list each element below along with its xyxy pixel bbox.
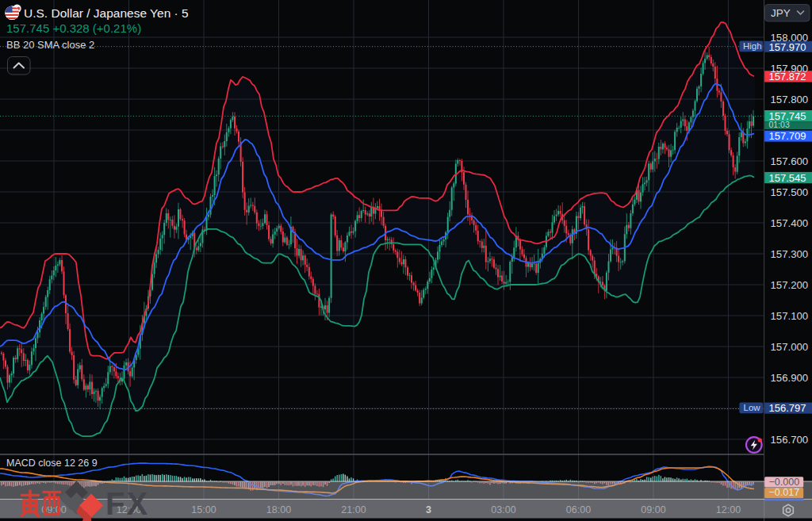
svg-text:BB 20 SMA close 2: BB 20 SMA close 2: [6, 39, 94, 51]
svg-text:JPY: JPY: [771, 7, 791, 19]
svg-text:15:00: 15:00: [191, 504, 216, 515]
svg-text:157.200: 157.200: [771, 279, 809, 291]
svg-text:21:00: 21:00: [341, 504, 366, 515]
svg-text:High: High: [743, 41, 762, 51]
svg-text:12:00: 12:00: [716, 504, 741, 515]
svg-text:157.400: 157.400: [771, 217, 809, 229]
svg-text:157.900: 157.900: [771, 63, 809, 75]
svg-text:157.500: 157.500: [771, 186, 809, 198]
svg-text:156.900: 156.900: [771, 372, 809, 384]
svg-text:156.797: 156.797: [769, 402, 806, 414]
svg-text:156.700: 156.700: [771, 434, 809, 446]
svg-text:−0.017: −0.017: [769, 487, 800, 498]
svg-text:FX: FX: [105, 486, 149, 521]
svg-text:18:00: 18:00: [266, 504, 291, 515]
svg-text:06:00: 06:00: [566, 504, 591, 515]
svg-text:157.300: 157.300: [771, 248, 809, 260]
svg-text:3: 3: [426, 504, 431, 515]
svg-text:157.709: 157.709: [769, 130, 806, 142]
svg-text:01:03: 01:03: [769, 120, 790, 129]
svg-text:157.745 +0.328 (+0.21%): 157.745 +0.328 (+0.21%): [6, 21, 141, 35]
svg-text:158.000: 158.000: [771, 32, 809, 44]
svg-text:MACD close 12 26 9: MACD close 12 26 9: [6, 458, 98, 469]
svg-text:−0.000: −0.000: [769, 477, 800, 488]
svg-text:Low: Low: [744, 403, 761, 412]
svg-text:09:00: 09:00: [641, 504, 665, 515]
svg-text:157.800: 157.800: [771, 94, 809, 105]
svg-text:157.600: 157.600: [771, 155, 809, 167]
svg-text:157.545: 157.545: [769, 172, 806, 184]
svg-text:U.S. Dollar / Japanese Yen · 5: U.S. Dollar / Japanese Yen · 5: [24, 6, 189, 20]
svg-text:157.000: 157.000: [771, 341, 809, 353]
svg-text:03:00: 03:00: [491, 504, 515, 515]
svg-text:157.100: 157.100: [771, 310, 809, 322]
